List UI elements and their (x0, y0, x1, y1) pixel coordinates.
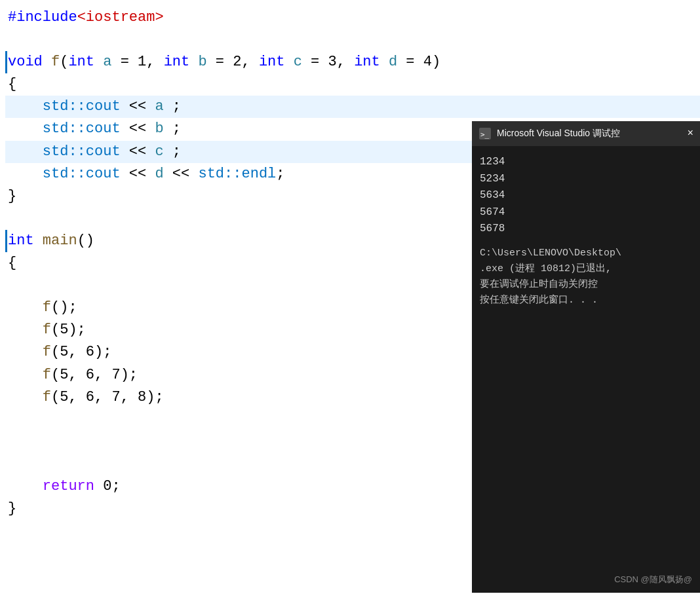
output-line-4: 5674 (480, 204, 692, 221)
info-line-3: 要在调试停止时自动关闭控 (480, 277, 692, 293)
terminal-footer: CSDN @随风飘扬@ (472, 569, 700, 593)
var-d: d (155, 166, 163, 182)
kw-int-d: int (354, 54, 380, 70)
var-a: a (155, 98, 163, 115)
code-line-3: void f(int a = 1, int b = 2, int c = 3, … (5, 51, 700, 73)
std-cout-d: std::cout (43, 166, 121, 182)
code-line-5: std::cout << a ; (5, 96, 700, 118)
kw-return: return (43, 478, 94, 494)
output-line-3: 5634 (480, 187, 692, 204)
func-main: main (43, 233, 77, 249)
terminal-window: >_ Microsoft Visual Studio 调试控 × 1234 52… (472, 121, 700, 593)
param-a: a (103, 54, 111, 70)
call-f-567: f (43, 367, 51, 383)
kw-void: void (8, 54, 43, 70)
terminal-close-button[interactable]: × (687, 126, 693, 142)
param-b: b (198, 54, 206, 70)
info-line-2: .exe (进程 10812)已退出, (480, 261, 692, 277)
param-c: c (294, 54, 302, 70)
terminal-app-icon: >_ (478, 127, 492, 140)
kw-int-a: int (68, 54, 94, 70)
terminal-titlebar: >_ Microsoft Visual Studio 调试控 × (472, 121, 700, 146)
param-d: d (389, 54, 397, 70)
keyword-include: #include (8, 9, 77, 26)
terminal-footer-text: CSDN @随风飘扬@ (614, 574, 692, 584)
titlebar-left: >_ Microsoft Visual Studio 调试控 (478, 126, 620, 141)
terminal-info: C:\Users\LENOVO\Desktop\ .exe (进程 10812)… (480, 246, 692, 308)
var-c: c (155, 143, 163, 160)
kw-int-b: int (164, 54, 190, 70)
var-b: b (155, 121, 163, 137)
output-line-1: 1234 (480, 154, 692, 171)
call-f-56: f (43, 344, 51, 360)
code-line-2 (5, 29, 700, 51)
output-line-2: 5234 (480, 171, 692, 188)
call-f-5678: f (43, 389, 51, 405)
kw-int-main: int (8, 233, 34, 249)
code-line-4: { (5, 73, 700, 96)
func-name-f: f (51, 54, 60, 70)
call-f-empty: f (43, 299, 51, 316)
call-f-5: f (43, 322, 51, 338)
std-cout-b: std::cout (43, 121, 121, 137)
std-cout-c: std::cout (43, 143, 121, 160)
info-line-4: 按任意键关闭此窗口. . . (480, 293, 692, 308)
output-line-5: 5678 (480, 221, 692, 238)
code-editor: #include<iostream> void f(int a = 1, int… (0, 0, 700, 615)
kw-int-c: int (259, 54, 285, 70)
info-line-1: C:\Users\LENOVO\Desktop\ (480, 246, 692, 261)
terminal-title: Microsoft Visual Studio 调试控 (497, 126, 620, 141)
terminal-body: 1234 5234 5634 5674 5678 C:\Users\LENOVO… (472, 146, 700, 569)
std-endl: std::endl (198, 166, 276, 182)
svg-text:>_: >_ (480, 130, 490, 139)
include-file: <iostream> (77, 9, 164, 26)
std-cout-a: std::cout (43, 98, 121, 115)
code-line-1: #include<iostream> (5, 7, 700, 29)
